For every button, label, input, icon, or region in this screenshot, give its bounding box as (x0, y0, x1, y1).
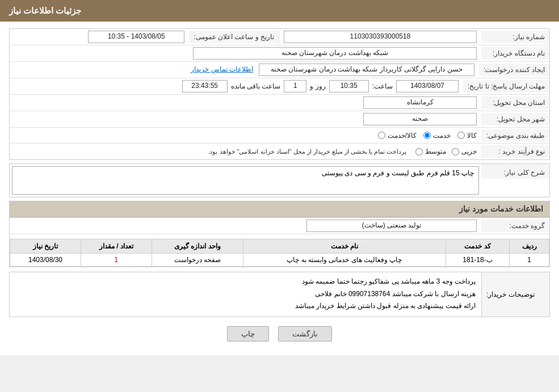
city-input: صحنه (363, 113, 477, 125)
deadline-label: مهلت ارسال پاسخ: تا تاریخ: (463, 80, 549, 92)
deadline-row-multi: 1403/08/07 ساعت: 10:35 روز و 1 ساعت باقی… (14, 80, 459, 92)
td-date: 1403/08/30 (10, 254, 81, 267)
need-desc-label: شرح کلی نیاز: (481, 164, 549, 179)
time-label: ساعت: (372, 82, 393, 90)
radio-kala-khedmat-input[interactable] (378, 132, 385, 139)
row-deadline: مهلت ارسال پاسخ: تا تاریخ: 1403/08/07 سا… (10, 78, 549, 95)
service-group-label: گروه خدمت: (481, 220, 549, 232)
td-code: ب-18-181 (445, 254, 510, 267)
buyer-note-line: ارائه قیمت پیشنهادی به منزله قبول داشتن … (15, 300, 476, 313)
buyer-note-line: هزینه ارسال با شرکت میباشد 09907138764 خ… (15, 288, 476, 301)
city-value: صحنه (10, 111, 481, 127)
row-category: طبقه بندی موضوعی: کالا خدمت کالا/خدمت (10, 128, 549, 144)
announce-input: 1403/08/05 - 10:35 (88, 31, 184, 43)
need-desc-row: شرح کلی نیاز: چاپ 15 قلم فرم طبق لیست و … (10, 164, 549, 197)
date-input: 1403/08/07 (396, 80, 459, 92)
services-section: گروه خدمت: تولید صنعتی (ساخت) ردیف کد خد… (9, 217, 550, 267)
row-province: استان محل تحویل: کرمانشاه (10, 95, 549, 111)
need-desc-value: چاپ 15 قلم فرم طبق لیست و فرم و سی دی پی… (10, 164, 481, 197)
radio-jozi: جزیی (452, 147, 477, 155)
back-button[interactable]: بازگشت (278, 326, 332, 342)
radio-kala-input[interactable] (457, 132, 465, 139)
purchase-type-value: جزیی متوسط پرداخت تمام یا بخشی از مبلغ خ… (10, 146, 481, 157)
th-unit: واحد اندازه گیری (152, 239, 243, 254)
main-content: شماره نیاز: 1103030393000518 تاریخ و ساع… (0, 22, 559, 355)
th-qty: تعداد / مقدار (81, 239, 152, 254)
radio-kala-khedmat-label: کالا/خدمت (388, 132, 417, 140)
province-label: استان محل تحویل: (481, 96, 549, 109)
print-button[interactable]: چاپ (227, 326, 269, 342)
need-number-label: شماره نیاز: (481, 31, 549, 43)
time-input: 10:35 (329, 80, 369, 92)
category-radio-group: کالا خدمت کالا/خدمت (14, 132, 477, 140)
remaining-label: ساعت باقی مانده (231, 82, 281, 90)
radio-khedmat: خدمت (423, 132, 451, 140)
row-purchase-type: نوع فرآیند خرید : جزیی متوسط پرداخت تمام… (10, 144, 549, 159)
th-name: نام خدمت (243, 239, 445, 254)
creator-input: حسن دارایی گرگلانی کاربرداز شبکه بهداشت … (259, 64, 474, 76)
radio-khedmat-label: خدمت (433, 132, 451, 140)
remaining-input: 23:43:55 (182, 80, 228, 92)
radio-motavaset: متوسط (415, 147, 446, 155)
need-desc-box: چاپ 15 قلم فرم طبق لیست و فرم و سی دی پی… (12, 166, 479, 195)
buyer-notes-label: توضیحات خریدار: (482, 272, 550, 317)
td-qty: 1 (81, 254, 152, 267)
table-header-row: ردیف کد خدمت نام خدمت واحد اندازه گیری ت… (10, 239, 549, 254)
services-title: اطلاعات خدمات مورد نیاز (9, 201, 550, 217)
need-number-value: 1103030393000518 (279, 29, 481, 45)
radio-kala-label: کالا (467, 132, 477, 140)
td-unit: صفحه درخواست (152, 254, 243, 267)
service-group-input: تولید صنعتی (ساخت) (306, 220, 477, 232)
row-creator: ایجاد کننده درخواست: حسن دارایی گرگلانی … (10, 62, 549, 78)
buyer-note-line: پرداخت وجه 3 ماهه میباشد پی شفاکیو رجتما… (15, 276, 476, 288)
need-desc-section: شرح کلی نیاز: چاپ 15 قلم فرم طبق لیست و … (9, 163, 550, 197)
radio-jozi-input[interactable] (452, 148, 459, 155)
province-input: کرمانشاه (363, 96, 477, 109)
th-date: تاریخ نیاز (10, 239, 81, 254)
purchase-radio-group: جزیی متوسط پرداخت تمام یا بخشی از مبلغ خ… (14, 147, 477, 155)
radio-motavaset-input[interactable] (415, 148, 423, 155)
radio-motavaset-label: متوسط (425, 147, 446, 155)
announce-value: 1403/08/05 - 10:35 (10, 29, 189, 45)
purchase-note: پرداخت تمام یا بخشی از مبلغ خریدار از مح… (208, 148, 406, 155)
th-code: کد خدمت (445, 239, 510, 254)
th-row: ردیف (510, 239, 549, 254)
radio-kala: کالا (457, 132, 477, 140)
page-title: جزئیات اطلاعات نیاز (9, 6, 81, 15)
row-service-group: گروه خدمت: تولید صنعتی (ساخت) (10, 218, 549, 234)
services-table-section: ردیف کد خدمت نام خدمت واحد اندازه گیری ت… (10, 239, 549, 267)
row-buyer: نام دستگاه خریدار: شبکه بهداشت درمان شهر… (10, 45, 549, 62)
creator-link[interactable]: اطلاعات تماس خریدار (191, 65, 253, 73)
creator-value: حسن دارایی گرگلانی کاربرداز شبکه بهداشت … (10, 62, 479, 78)
deadline-value: 1403/08/07 ساعت: 10:35 روز و 1 ساعت باقی… (10, 78, 463, 94)
row-city: شهر محل تحویل: صحنه (10, 111, 549, 128)
province-value: کرمانشاه (10, 95, 481, 111)
td-row: 1 (510, 254, 549, 267)
radio-kala-khedmat: کالا/خدمت (378, 132, 417, 140)
category-label: طبقه بندی موضوعی: (481, 129, 549, 142)
creator-label: ایجاد کننده درخواست: (479, 64, 549, 76)
buyer-notes-content: پرداخت وجه 3 ماهه میباشد پی شفاکیو رجتما… (9, 272, 482, 317)
td-name: چاپ وفعالیت های خدماتی وابسته به چاپ (243, 254, 445, 267)
days-input: 1 (284, 80, 306, 92)
main-info-section: شماره نیاز: 1103030393000518 تاریخ و ساع… (9, 28, 550, 160)
announce-label: تاریخ و ساعت اعلان عمومی: (189, 31, 279, 43)
days-label: روز و (310, 82, 325, 90)
buyer-notes-section: توضیحات خریدار: پرداخت وجه 3 ماهه میباشد… (9, 272, 550, 317)
buyer-input: شبکه بهداشت درمان شهرستان صحنه (193, 47, 477, 60)
row-need-number: شماره نیاز: 1103030393000518 تاریخ و ساع… (10, 29, 549, 45)
page-header: جزئیات اطلاعات نیاز (0, 0, 559, 22)
buyer-label: نام دستگاه خریدار: (481, 47, 549, 60)
purchase-type-label: نوع فرآیند خرید : (481, 145, 549, 158)
city-label: شهر محل تحویل: (481, 113, 549, 125)
table-row: 1 ب-18-181 چاپ وفعالیت های خدماتی وابسته… (10, 254, 549, 267)
buttons-row: بازگشت چاپ (9, 326, 550, 342)
category-value: کالا خدمت کالا/خدمت (10, 130, 481, 141)
services-table: ردیف کد خدمت نام خدمت واحد اندازه گیری ت… (10, 239, 549, 267)
page-wrapper: جزئیات اطلاعات نیاز شماره نیاز: 11030303… (0, 0, 559, 355)
radio-jozi-label: جزیی (461, 147, 477, 155)
buyer-value: شبکه بهداشت درمان شهرستان صحنه (10, 45, 481, 61)
need-number-input: 1103030393000518 (284, 31, 477, 43)
service-group-value: تولید صنعتی (ساخت) (10, 218, 481, 234)
radio-khedmat-input[interactable] (423, 132, 431, 139)
